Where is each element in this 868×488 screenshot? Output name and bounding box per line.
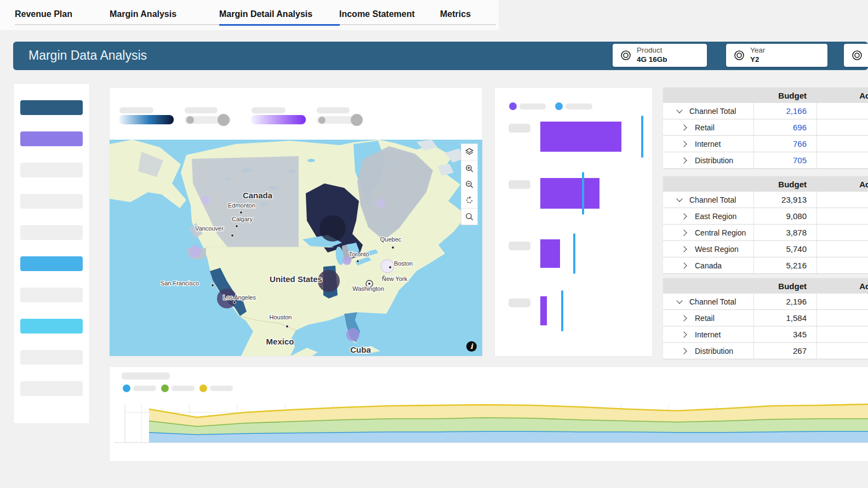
bubble-quebec[interactable]	[376, 199, 385, 208]
map-panel: EdmontonCalgaryVancouverQuebecTorontoBos…	[110, 88, 482, 356]
sidebar-bar-7[interactable]	[20, 288, 83, 302]
actual-value: 3	[816, 343, 868, 359]
legend-label-pill	[252, 107, 285, 113]
legend-label-pill	[317, 107, 350, 113]
bar-label-pill	[509, 242, 530, 250]
layers-icon[interactable]	[461, 144, 477, 160]
chevron-right-icon[interactable]	[681, 262, 687, 268]
budget-value: 766	[753, 136, 816, 152]
table-header: BudgetActual	[663, 278, 868, 294]
page-title: Margin Data Analysis	[28, 48, 147, 63]
table-row[interactable]: Channel Total23,91316,5	[663, 192, 868, 208]
zoom-in-icon[interactable]	[461, 160, 477, 176]
actual-value	[816, 152, 868, 168]
sidebar-bar-4[interactable]	[20, 194, 83, 209]
budget-value: 705	[753, 152, 816, 168]
city-label-toronto: Toronto	[349, 251, 369, 257]
target-tick	[573, 233, 575, 274]
city-label-houston: Houston	[270, 314, 292, 320]
filter-product[interactable]: Product4G 16Gb	[613, 44, 707, 67]
sidebar-bar-6[interactable]	[20, 256, 83, 271]
table-row[interactable]: Retail6961,1	[663, 119, 868, 136]
sidebar-bar-8[interactable]	[20, 319, 83, 334]
row-label: Central Region	[695, 228, 746, 237]
chevron-right-icon[interactable]	[681, 229, 687, 236]
city-label-edmonton: Edmonton	[228, 202, 255, 209]
table-row[interactable]: Retail1,5847	[663, 310, 868, 326]
table-row[interactable]: East Region9,0804,5	[663, 208, 868, 225]
table-row[interactable]: Canada5,2164,8	[663, 257, 868, 274]
city-dot-calgary	[236, 225, 238, 228]
bubble-florida[interactable]	[346, 328, 359, 341]
column-budget: Budget	[753, 180, 816, 189]
zoom-out-icon[interactable]	[461, 176, 477, 192]
sidebar-bar-3[interactable]	[20, 163, 83, 177]
chevron-right-icon[interactable]	[681, 157, 687, 163]
tab-margin-detail-analysis[interactable]: Margin Detail Analysis	[219, 9, 312, 19]
bubble-bc[interactable]	[201, 196, 210, 204]
city-label-boston: Boston	[394, 260, 413, 267]
bubble-michigan[interactable]	[342, 256, 351, 265]
row-name-cell: East Region	[663, 212, 753, 221]
tab-revenue-plan[interactable]: Revenue Plan	[15, 9, 72, 19]
table-row[interactable]: Internet7662	[663, 136, 868, 152]
target-tick	[561, 290, 563, 331]
filter-value: Y2	[750, 55, 765, 65]
map-canvas[interactable]: EdmontonCalgaryVancouverQuebecTorontoBos…	[110, 140, 482, 356]
row-name-cell: Central Region	[663, 228, 753, 237]
chevron-right-icon[interactable]	[681, 348, 687, 354]
table-row[interactable]: Channel Total2,1961,4	[663, 294, 868, 310]
chevron-down-icon[interactable]	[676, 196, 682, 202]
target-tick	[582, 172, 584, 215]
bar-chart-panel	[495, 88, 652, 356]
table-row[interactable]: Central Region3,8783,3	[663, 225, 868, 241]
chevron-down-icon[interactable]	[676, 107, 682, 113]
tab-metrics[interactable]: Metrics	[440, 9, 471, 19]
bubble-boston[interactable]	[381, 260, 394, 273]
row-name-cell: Internet	[663, 140, 753, 148]
target-tick	[641, 116, 643, 158]
legend-label-pill	[566, 104, 592, 110]
chevron-right-icon[interactable]	[681, 213, 687, 219]
budget-value: 23,913	[753, 192, 816, 208]
sidebar-bar-5[interactable]	[20, 225, 83, 240]
budget-value: 345	[753, 326, 816, 342]
sidebar-bar-2[interactable]	[20, 131, 83, 146]
chevron-right-icon[interactable]	[681, 315, 687, 321]
row-label: Retail	[695, 314, 715, 323]
table-row[interactable]: Distribution705	[663, 152, 868, 169]
sidebar-bar-1[interactable]	[20, 100, 83, 115]
city-label-calgary: Calgary	[232, 216, 253, 222]
column-budget: Budget	[753, 282, 816, 291]
search-icon[interactable]	[461, 209, 477, 225]
table-row[interactable]: Internet3454	[663, 326, 868, 343]
info-icon[interactable]: i	[466, 341, 477, 352]
actual-value: 16,5	[816, 192, 868, 208]
budget-value: 2,196	[753, 294, 816, 309]
bubble-ontario[interactable]	[319, 215, 346, 242]
row-name-cell: West Region	[663, 245, 753, 254]
chevron-down-icon[interactable]	[676, 297, 682, 303]
country-label-canada: Canada	[243, 191, 273, 200]
chevron-right-icon[interactable]	[681, 331, 687, 337]
filter-partial[interactable]	[844, 44, 868, 67]
row-label: East Region	[695, 212, 736, 221]
sidebar-bar-9[interactable]	[20, 350, 83, 365]
tab-income-statement[interactable]: Income Statement	[339, 9, 415, 19]
row-name-cell: Distribution	[663, 156, 753, 165]
table-row[interactable]: Channel Total2,1661,4	[663, 103, 868, 119]
table-row[interactable]: Distribution2673	[663, 343, 868, 359]
chevron-right-icon[interactable]	[681, 124, 687, 130]
chevron-right-icon[interactable]	[681, 141, 687, 147]
reset-icon[interactable]	[461, 192, 477, 208]
sidebar-bar-10[interactable]	[20, 381, 83, 396]
actual-value: 4,5	[816, 208, 868, 224]
city-dot-san-francisco	[212, 284, 214, 287]
data-table-3: BudgetActualChannel Total2,1961,4Retail1…	[663, 278, 868, 359]
tab-margin-analysis[interactable]: Margin Analysis	[110, 9, 176, 19]
bubble-seattle[interactable]	[189, 245, 201, 257]
filter-year[interactable]: YearY2	[726, 44, 827, 67]
chevron-right-icon[interactable]	[681, 246, 687, 252]
actual-value: 4	[816, 326, 868, 342]
table-row[interactable]: West Region5,7403,8	[663, 241, 868, 257]
